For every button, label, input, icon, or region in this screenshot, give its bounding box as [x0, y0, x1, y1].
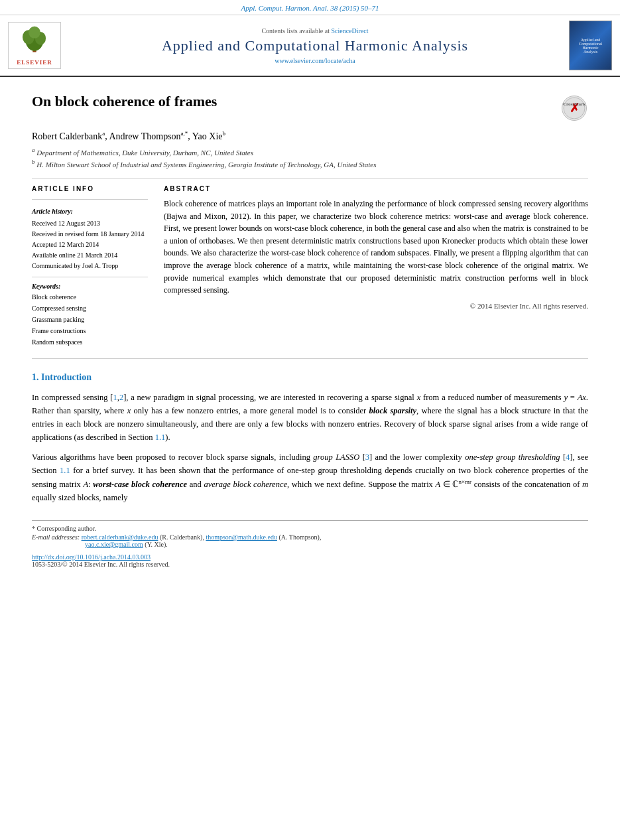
intro-paragraph-2: Various algorithms have been proposed to… [32, 451, 588, 504]
journal-cover-thumbnail: Applied andComputationalHarmonicAnalysis [569, 21, 612, 70]
keyword-1: Block coherence [32, 291, 148, 303]
ref-sec-1-1b[interactable]: 1.1 [60, 466, 70, 475]
email-footnote: E-mail addresses: robert.calderbank@duke… [32, 533, 588, 548]
journal-reference-text: Appl. Comput. Harmon. Anal. 38 (2015) 50… [241, 4, 379, 12]
author-xie: Yao Xie [192, 131, 223, 141]
elsevier-wordmark: ELSEVIER [11, 59, 58, 66]
email-xie[interactable]: yao.c.xie@gmail.com [85, 541, 143, 548]
article-info-panel: ARTICLE INFO Article history: Received 1… [32, 185, 148, 348]
email-calderbank-name: (R. Calderbank), [160, 533, 204, 541]
contents-label: Contents lists available at [261, 27, 329, 35]
ref-2[interactable]: 2 [119, 393, 123, 402]
author-calderbank: Robert Calderbank [32, 131, 102, 141]
doi-line[interactable]: http://dx.doi.org/10.1016/j.acha.2014.03… [32, 553, 588, 561]
affiliation-b: b H. Milton Stewart School of Industrial… [32, 158, 588, 170]
article-history: Article history: Received 12 August 2013… [32, 206, 148, 277]
ref-4[interactable]: 4 [566, 453, 570, 462]
article-info-divider [32, 199, 148, 200]
keyword-4: Frame constructions [32, 325, 148, 336]
email-xie-name: (Y. Xie). [145, 541, 168, 548]
accepted-date: Accepted 12 March 2014 [32, 240, 148, 250]
received-2: Received in revised form 18 January 2014 [32, 229, 148, 240]
paper-title-row: On block coherence of frames ✗ CrossMark [32, 93, 588, 122]
introduction-section: 1. Introduction In compressed sensing [1… [32, 372, 588, 504]
ref-sec-1-1[interactable]: 1.1 [155, 433, 166, 442]
email-calderbank[interactable]: robert.calderbank@duke.edu [82, 533, 158, 541]
copyright-line: © 2014 Elsevier Inc. All rights reserved… [164, 302, 588, 310]
footnote-area: * Corresponding author. E-mail addresses… [32, 520, 588, 568]
section-divider [32, 358, 588, 359]
available-online: Available online 21 March 2014 [32, 250, 148, 261]
journal-reference-bar: Appl. Comput. Harmon. Anal. 38 (2015) 50… [0, 0, 620, 15]
received-1: Received 12 August 2013 [32, 218, 148, 229]
abstract-title: ABSTRACT [164, 185, 588, 192]
email-thompson[interactable]: thompson@math.duke.edu [206, 533, 277, 541]
journal-full-title: Applied and Computational Harmonic Analy… [69, 37, 561, 54]
journal-url: www.elsevier.com/locate/acha [69, 57, 561, 64]
intro-paragraph-1: In compressed sensing [1,2], a new parad… [32, 391, 588, 444]
affiliation-a: a Department of Mathematics, Duke Univer… [32, 146, 588, 158]
svg-text:CrossMark: CrossMark [563, 102, 586, 107]
contents-available-line: Contents lists available at ScienceDirec… [69, 27, 561, 35]
abstract-section: ABSTRACT Block coherence of matrices pla… [164, 185, 588, 348]
affiliations: a Department of Mathematics, Duke Univer… [32, 146, 588, 170]
paper-title: On block coherence of frames [32, 93, 217, 110]
journal-cover-text: Applied andComputationalHarmonicAnalysis [578, 36, 604, 55]
rights-line: 1053-5203/© 2014 Elsevier Inc. All right… [32, 561, 588, 568]
svg-point-4 [29, 27, 40, 38]
crossmark-icon: ✗ CrossMark [562, 96, 587, 121]
section-1-title: 1. Introduction [32, 372, 588, 383]
xie-sup: b [222, 130, 225, 137]
abstract-text: Block coherence of matrices plays an imp… [164, 198, 588, 297]
keyword-5: Random subspaces [32, 336, 148, 348]
journal-center: Contents lists available at ScienceDirec… [69, 27, 561, 64]
keywords-list: Block coherence Compressed sensing Grass… [32, 291, 148, 348]
calderbank-sup: a [102, 130, 105, 137]
sciencedirect-link[interactable]: ScienceDirect [331, 27, 368, 35]
email-xie-line: yao.c.xie@gmail.com (Y. Xie). [85, 541, 588, 548]
ref-3[interactable]: 3 [365, 453, 369, 462]
affiliation-a-text: Department of Mathematics, Duke Universi… [36, 148, 253, 156]
ref-1[interactable]: 1 [113, 393, 117, 402]
history-title: Article history: [32, 206, 148, 217]
crossmark-badge[interactable]: ✗ CrossMark [562, 96, 588, 122]
header-divider [32, 178, 588, 178]
email-label: E-mail addresses: [32, 533, 80, 541]
authors-line: Robert Calderbanka, Andrew Thompsona,*, … [32, 130, 588, 142]
journal-header: ELSEVIER Contents lists available at Sci… [0, 15, 620, 77]
affiliation-b-text: H. Milton Stewart School of Industrial a… [36, 160, 376, 168]
article-info-title: ARTICLE INFO [32, 185, 148, 192]
affiliation-b-sup: b [32, 159, 35, 165]
keyword-2: Compressed sensing [32, 303, 148, 314]
elsevier-tree-icon [15, 25, 54, 55]
affiliation-a-sup: a [32, 147, 35, 153]
article-body: ARTICLE INFO Article history: Received 1… [32, 185, 588, 348]
corresponding-footnote: * Corresponding author. [32, 525, 588, 532]
elsevier-logo: ELSEVIER [8, 22, 61, 69]
thompson-sup: a,* [181, 130, 188, 137]
author-thompson: Andrew Thompson [109, 131, 180, 141]
doi-link[interactable]: http://dx.doi.org/10.1016/j.acha.2014.03… [32, 553, 151, 561]
keyword-3: Grassmann packing [32, 314, 148, 325]
email-thompson-name: (A. Thompson), [279, 533, 321, 541]
main-content: On block coherence of frames ✗ CrossMark… [0, 77, 620, 581]
communicated-by: Communicated by Joel A. Tropp [32, 261, 148, 271]
keywords-title: Keywords: [32, 283, 148, 290]
keywords-section: Keywords: Block coherence Compressed sen… [32, 283, 148, 348]
